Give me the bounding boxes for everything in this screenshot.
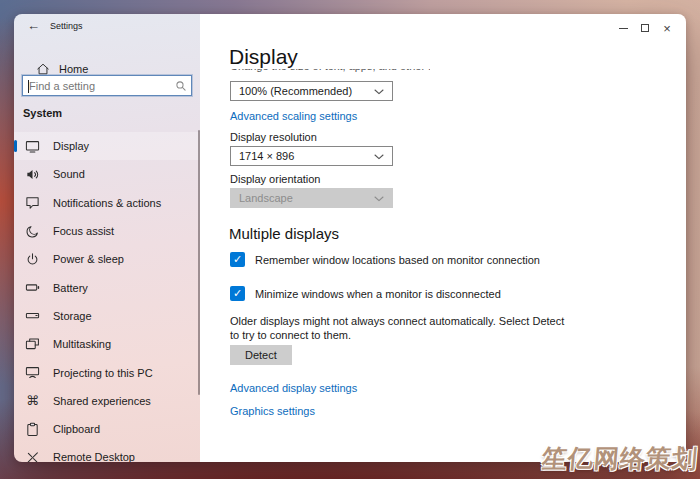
display-icon (25, 139, 40, 154)
resolution-label: Display resolution (230, 131, 317, 143)
sidebar-item-display[interactable]: Display (14, 132, 200, 160)
resolution-dropdown-value: 1714 × 896 (239, 150, 294, 162)
sidebar-item-label: Battery (53, 282, 88, 294)
chevron-down-icon (374, 150, 384, 162)
minimize-button[interactable] (612, 19, 634, 37)
search-icon[interactable] (175, 80, 187, 92)
checkmark-icon: ✓ (233, 288, 242, 299)
search-box[interactable] (22, 75, 192, 96)
search-input[interactable] (23, 76, 175, 95)
orientation-dropdown: Landscape (230, 188, 393, 208)
close-icon: × (663, 22, 671, 35)
main-panel: × Display Change the size of text, apps,… (200, 14, 686, 462)
sidebar-item-label: Power & sleep (53, 253, 124, 265)
advanced-display-settings-link[interactable]: Advanced display settings (230, 382, 357, 394)
checkbox-label: Remember window locations based on monit… (255, 254, 540, 266)
multitasking-icon (25, 337, 40, 352)
shared-experiences-icon: ⌘ (25, 393, 40, 408)
sidebar-item-multitasking[interactable]: Multitasking (14, 330, 200, 358)
sidebar-item-label: Sound (53, 168, 85, 180)
sidebar-item-label: Display (53, 140, 89, 152)
sidebar-item-projecting[interactable]: Projecting to this PC (14, 358, 200, 386)
minimize-windows-checkbox-row[interactable]: ✓ Minimize windows when a monitor is dis… (230, 286, 501, 301)
sidebar-item-storage[interactable]: Storage (14, 302, 200, 330)
sidebar-item-clipboard[interactable]: Clipboard (14, 415, 200, 443)
home-label: Home (59, 63, 88, 75)
system-section-label: System (23, 107, 62, 119)
watermark-text: 笙亿网络策划 (541, 442, 700, 475)
multiple-displays-heading: Multiple displays (229, 225, 339, 242)
home-icon (35, 61, 50, 76)
advanced-scaling-link[interactable]: Advanced scaling settings (230, 110, 357, 122)
orientation-dropdown-value: Landscape (239, 192, 293, 204)
focus-assist-icon (25, 224, 40, 239)
sidebar-item-label: Notifications & actions (53, 197, 161, 209)
checkbox-label: Minimize windows when a monitor is disco… (255, 288, 501, 300)
power-icon (25, 252, 40, 267)
sidebar-item-label: Multitasking (53, 338, 111, 350)
remote-desktop-icon (25, 450, 40, 462)
sound-icon (25, 167, 40, 182)
sidebar-nav-list: Display Sound Notifications & actions (14, 132, 200, 462)
close-button[interactable]: × (656, 19, 678, 37)
sidebar-item-shared-experiences[interactable]: ⌘ Shared experiences (14, 387, 200, 415)
sidebar-item-label: Remote Desktop (53, 451, 135, 462)
sidebar-item-focus-assist[interactable]: Focus assist (14, 217, 200, 245)
scale-dropdown-value: 100% (Recommended) (239, 85, 352, 97)
projecting-icon (25, 365, 40, 380)
settings-window: ← Settings Home System (14, 14, 686, 462)
sidebar-item-label: Focus assist (53, 225, 114, 237)
clipboard-icon (25, 422, 40, 437)
battery-icon (25, 280, 40, 295)
resolution-dropdown[interactable]: 1714 × 896 (230, 146, 393, 166)
chevron-down-icon (374, 85, 384, 97)
sidebar-item-home[interactable]: Home (24, 61, 88, 76)
scale-dropdown[interactable]: 100% (Recommended) (230, 81, 393, 101)
minimize-icon (619, 28, 628, 29)
detect-button[interactable]: Detect (230, 345, 292, 365)
window-title: Settings (50, 21, 83, 31)
sidebar-item-battery[interactable]: Battery (14, 273, 200, 301)
checkbox-checked[interactable]: ✓ (230, 252, 245, 267)
sidebar-item-sound[interactable]: Sound (14, 160, 200, 188)
chevron-down-icon (374, 192, 384, 204)
orientation-label: Display orientation (230, 173, 321, 185)
graphics-settings-link[interactable]: Graphics settings (230, 405, 315, 417)
sidebar-item-power-sleep[interactable]: Power & sleep (14, 245, 200, 273)
sidebar-item-remote-desktop[interactable]: Remote Desktop (14, 443, 200, 462)
window-controls: × (612, 19, 678, 37)
text-caret (28, 80, 29, 93)
maximize-button[interactable] (634, 19, 656, 37)
sidebar-item-label: Storage (53, 310, 92, 322)
sidebar-item-label: Projecting to this PC (53, 367, 153, 379)
sidebar-item-label: Clipboard (53, 423, 100, 435)
clipped-scale-label: Change the size of text, apps, and other… (230, 69, 430, 73)
desktop-background: ← Settings Home System (0, 0, 700, 479)
detect-description: Older displays might not always connect … (230, 314, 566, 342)
sidebar-item-label: Shared experiences (53, 395, 151, 407)
notifications-icon (25, 195, 40, 210)
selected-accent-bar (14, 140, 17, 152)
sidebar-item-notifications[interactable]: Notifications & actions (14, 189, 200, 217)
sidebar: ← Settings Home System (14, 14, 200, 462)
storage-icon (25, 308, 40, 323)
remember-window-locations-checkbox-row[interactable]: ✓ Remember window locations based on mon… (230, 252, 540, 267)
page-title: Display (229, 45, 298, 69)
maximize-icon (641, 24, 649, 32)
checkbox-checked[interactable]: ✓ (230, 286, 245, 301)
back-icon[interactable]: ← (27, 18, 40, 33)
checkmark-icon: ✓ (233, 254, 242, 265)
